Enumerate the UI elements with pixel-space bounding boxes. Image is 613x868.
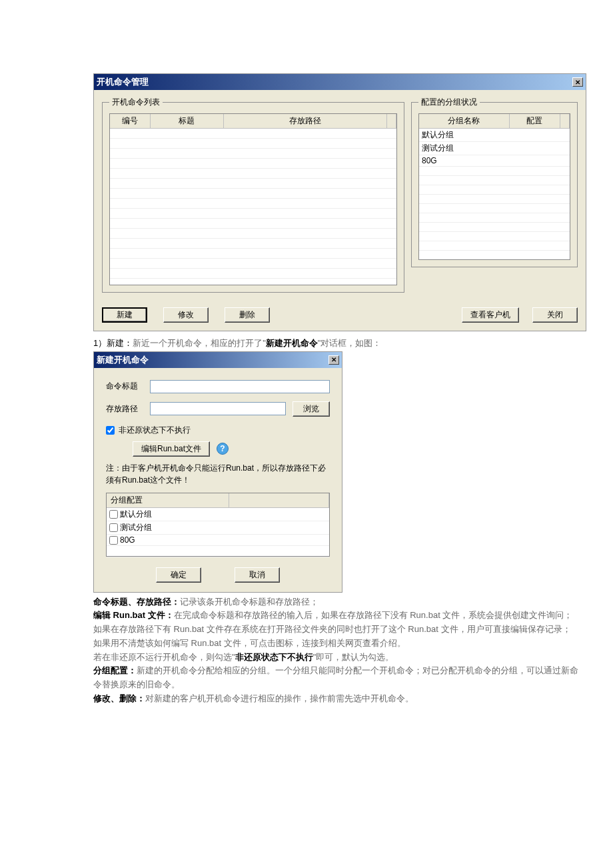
groups-legend: 配置的分组状况	[418, 97, 480, 108]
path-input[interactable]	[150, 402, 286, 415]
table-row: 测试分组	[107, 521, 329, 534]
ok-button[interactable]: 确定	[156, 567, 201, 583]
table-row: 默认分组	[107, 507, 329, 521]
close-button[interactable]: 关闭	[532, 307, 578, 323]
dlg-title: 新建开机命令	[97, 354, 149, 366]
cfg-table[interactable]: 分组配置 默认分组 测试分组 80G	[107, 493, 329, 557]
new-button[interactable]: 新建	[102, 307, 147, 323]
cfg-check[interactable]	[109, 536, 118, 545]
cfg-check[interactable]	[109, 523, 118, 532]
groups-table[interactable]: 分组名称 配置 默认分组 测试分组 80G	[419, 114, 570, 260]
main-title: 开机命令管理	[97, 76, 149, 88]
col-group-name[interactable]: 分组名称	[419, 114, 509, 129]
intro-text: 1）新建：新近一个开机命令，相应的打开了"新建开机命令"对话框，如图：	[93, 337, 586, 350]
description-block: 命令标题、存放路径：记录该条开机命令标题和存放路径； 编辑 Run.bat 文件…	[93, 595, 586, 706]
col-spacer	[387, 114, 396, 129]
table-row: 测试分组	[419, 142, 570, 155]
edit-button[interactable]: 修改	[163, 307, 209, 323]
browse-button[interactable]: 浏览	[293, 401, 330, 417]
dlg-titlebar: 新建开机命令 ✕	[94, 352, 342, 368]
view-clients-button[interactable]: 查看客户机	[462, 307, 519, 323]
cmd-title-input[interactable]	[150, 380, 330, 393]
cmd-title-label: 命令标题	[106, 381, 143, 392]
cmd-list-legend: 开机命令列表	[109, 97, 163, 108]
help-icon[interactable]: ?	[217, 443, 229, 455]
table-row: 80G	[419, 155, 570, 167]
cancel-button[interactable]: 取消	[235, 567, 280, 583]
col-id[interactable]: 编号	[110, 114, 150, 129]
no-exec-checkbox[interactable]	[106, 426, 115, 435]
col-path[interactable]: 存放路径	[223, 114, 387, 129]
table-row: 默认分组	[419, 129, 570, 142]
no-exec-label: 非还原状态下不执行	[119, 425, 191, 436]
edit-runbat-button[interactable]: 编辑Run.bat文件	[133, 441, 210, 457]
col-group-cfg[interactable]: 配置	[509, 114, 560, 129]
col-cfg[interactable]: 分组配置	[107, 493, 229, 508]
groups-fieldset: 配置的分组状况 分组名称 配置 默认分组 测试分组 80G	[411, 97, 578, 267]
table-row: 80G	[107, 534, 329, 545]
delete-button[interactable]: 删除	[225, 307, 270, 323]
cfg-check[interactable]	[109, 510, 118, 519]
note-text: 注：由于客户机开机命令只能运行Run.bat，所以存放路径下必须有Run.bat…	[106, 462, 330, 486]
cmd-list-table[interactable]: 编号 标题 存放路径	[109, 113, 397, 285]
col-title[interactable]: 标题	[150, 114, 223, 129]
close-icon[interactable]: ✕	[572, 77, 583, 87]
cmd-list-fieldset: 开机命令列表 编号 标题 存放路径	[102, 97, 404, 293]
close-icon[interactable]: ✕	[328, 355, 339, 365]
path-label: 存放路径	[106, 403, 143, 415]
main-titlebar: 开机命令管理 ✕	[94, 74, 586, 90]
